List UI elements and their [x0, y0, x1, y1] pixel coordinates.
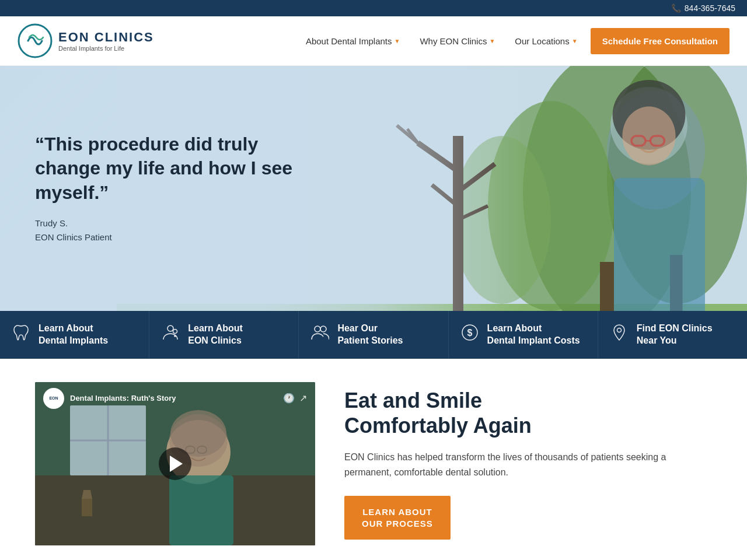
- content-section: EON Dental Implants: Ruth's Story 🕐 ↗ Ea…: [0, 359, 747, 560]
- phone-number[interactable]: 📞 844-365-7645: [671, 4, 735, 13]
- svg-marker-45: [82, 490, 92, 499]
- svg-point-28: [315, 326, 320, 332]
- hero-quote: “This procedure did truly change my life…: [35, 132, 315, 205]
- video-overlay: EON Dental Implants: Ruth's Story 🕐 ↗: [35, 382, 315, 415]
- quick-link-label: Find EON ClinicsNear You: [637, 323, 713, 347]
- logo[interactable]: EON CLINICS Dental Implants for Life: [18, 23, 154, 58]
- svg-text:$: $: [467, 328, 472, 338]
- dollar-icon: $: [460, 323, 479, 346]
- quick-link-eon-clinics[interactable]: Learn AboutEON Clinics: [149, 311, 299, 359]
- video-thumbnail[interactable]: EON Dental Implants: Ruth's Story 🕐 ↗: [35, 382, 315, 545]
- learn-process-button[interactable]: LEARN ABOUT OUR PROCESS: [344, 496, 451, 540]
- chevron-icon: ▼: [489, 38, 495, 44]
- chevron-icon: ▼: [395, 38, 400, 44]
- svg-point-32: [617, 328, 621, 332]
- svg-point-25: [173, 330, 177, 334]
- video-title: Dental Implants: Ruth's Story: [70, 394, 283, 402]
- phone-icon: 📞: [671, 4, 681, 13]
- quick-link-label: Learn AboutEON Clinics: [188, 323, 243, 347]
- quick-links-bar: Learn AboutDental Implants Learn AboutEO…: [0, 311, 747, 359]
- share-icon: ↗: [299, 393, 307, 404]
- hero-attribution: Trudy S. EON Clinics Patient: [35, 216, 315, 244]
- svg-rect-40: [169, 475, 233, 545]
- chevron-icon: ▼: [572, 38, 578, 44]
- section-description: EON Clinics has helped transform the liv…: [344, 450, 712, 480]
- quick-link-dental-implants[interactable]: Learn AboutDental Implants: [0, 311, 149, 359]
- video-logo-badge: EON: [43, 388, 64, 409]
- attribution-role: EON Clinics Patient: [35, 230, 315, 244]
- video-controls: 🕐 ↗: [283, 393, 307, 404]
- quick-link-label: Hear OurPatient Stories: [337, 323, 403, 347]
- tooth-icon: [12, 323, 30, 346]
- quick-link-implant-costs[interactable]: $ Learn AboutDental Implant Costs: [449, 311, 598, 359]
- section-title: Eat and Smile Comfortably Again: [344, 388, 712, 438]
- person-icon: [161, 323, 180, 346]
- header: EON CLINICS Dental Implants for Life Abo…: [0, 16, 747, 66]
- people-icon: [310, 323, 329, 346]
- play-button[interactable]: [159, 447, 191, 480]
- play-triangle-icon: [170, 456, 183, 472]
- quick-link-patient-stories[interactable]: Hear OurPatient Stories: [299, 311, 448, 359]
- quick-link-find-clinics[interactable]: Find EON ClinicsNear You: [598, 311, 747, 359]
- main-nav: About Dental Implants ▼ Why EON Clinics …: [299, 28, 729, 54]
- text-content: Eat and Smile Comfortably Again EON Clin…: [344, 382, 712, 540]
- svg-point-24: [167, 326, 173, 331]
- hero-section: “This procedure did truly change my life…: [0, 66, 747, 311]
- video-container: EON Dental Implants: Ruth's Story 🕐 ↗: [35, 382, 315, 545]
- quick-link-label: Learn AboutDental Implant Costs: [487, 323, 580, 347]
- nav-why-eon-clinics[interactable]: Why EON Clinics ▼: [413, 32, 502, 51]
- nav-about-dental-implants[interactable]: About Dental Implants ▼: [299, 32, 407, 51]
- nav-our-locations[interactable]: Our Locations ▼: [508, 32, 584, 51]
- svg-point-29: [320, 326, 326, 332]
- location-icon: [610, 323, 629, 346]
- hero-content: “This procedure did truly change my life…: [0, 109, 350, 268]
- svg-rect-44: [82, 499, 92, 516]
- logo-icon: [18, 23, 53, 58]
- clock-icon: 🕐: [283, 393, 295, 404]
- top-bar: 📞 844-365-7645: [0, 0, 747, 16]
- attribution-name: Trudy S.: [35, 216, 315, 230]
- quick-link-label: Learn AboutDental Implants: [39, 323, 108, 347]
- logo-text: EON CLINICS Dental Implants for Life: [58, 30, 154, 52]
- schedule-consultation-button[interactable]: Schedule Free Consultation: [591, 28, 729, 54]
